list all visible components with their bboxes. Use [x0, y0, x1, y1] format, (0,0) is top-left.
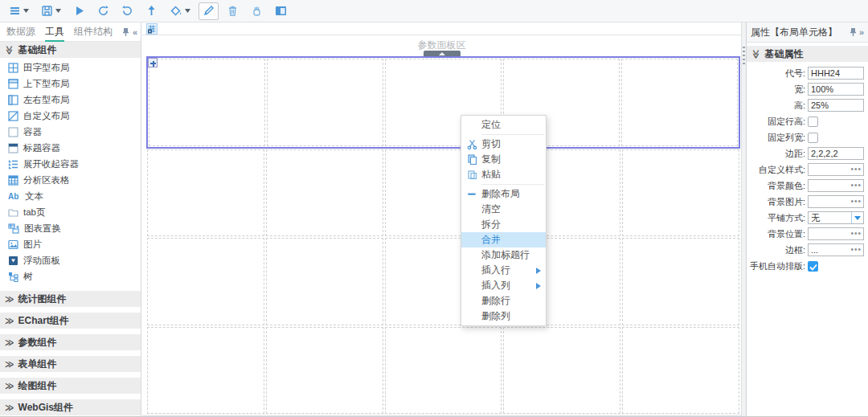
sidebar-item-图片[interactable]: 图片 — [0, 236, 141, 252]
layout-cell[interactable] — [149, 59, 265, 146]
pan-button[interactable] — [247, 2, 267, 20]
run-button[interactable] — [69, 2, 89, 20]
menu-item-插入行[interactable]: 插入行 — [461, 263, 546, 278]
delete-button[interactable] — [223, 2, 243, 20]
layout-row[interactable] — [146, 326, 740, 415]
layout-row[interactable] — [146, 149, 740, 238]
undo-button[interactable] — [93, 2, 113, 20]
sidebar-section-绘图组件[interactable]: ≫绘图组件 — [0, 378, 141, 394]
save-button[interactable] — [37, 2, 65, 20]
sidebar-tab-1[interactable]: 数据源 — [6, 22, 35, 42]
field-input[interactable] — [808, 179, 864, 192]
field-input[interactable] — [808, 195, 864, 208]
sidebar-item-标题容器[interactable]: 标题容器 — [0, 140, 141, 156]
layout-cell[interactable] — [147, 327, 264, 415]
layout-cell[interactable] — [622, 149, 739, 237]
menu-item-拆分[interactable]: 拆分 — [461, 217, 546, 232]
menu-item-插入列[interactable]: 插入列 — [461, 278, 546, 293]
sidebar-item-分析区表格[interactable]: 分析区表格 — [0, 172, 141, 188]
edit-button[interactable] — [199, 2, 219, 20]
layout-cell[interactable] — [267, 59, 383, 146]
main-menu-button[interactable] — [5, 2, 33, 20]
menu-item-删除行[interactable]: 删除行 — [461, 293, 546, 309]
panel-button[interactable] — [271, 2, 291, 20]
section-label: 表单组件 — [18, 358, 57, 371]
sidebar-tab-2[interactable]: 工具 — [45, 22, 64, 42]
field-input[interactable] — [808, 83, 864, 96]
sidebar-item-左右型布局[interactable]: 左右型布局 — [0, 92, 141, 108]
redo-button[interactable] — [117, 2, 137, 20]
menu-item-添加标题行[interactable]: 添加标题行 — [461, 247, 546, 263]
fill-style-button[interactable] — [166, 2, 194, 20]
property-field: 边框:••• — [747, 242, 864, 258]
upload-button[interactable] — [141, 2, 162, 20]
field-checkbox[interactable] — [808, 133, 818, 143]
field-checkbox[interactable] — [808, 261, 818, 272]
field-input[interactable] — [808, 243, 864, 256]
field-label: 高: — [747, 100, 808, 112]
sidebar-item-树[interactable]: 树 — [0, 268, 141, 284]
layout-row[interactable] — [146, 237, 740, 326]
layout-cell[interactable] — [147, 149, 264, 237]
sidebar-tab-3[interactable]: 组件结构 — [74, 22, 113, 42]
drag-handle-icon[interactable] — [148, 58, 158, 67]
layout-cell[interactable] — [621, 59, 738, 146]
field-input[interactable] — [808, 227, 864, 240]
field-input[interactable] — [808, 99, 864, 112]
section-label: 绘图组件 — [18, 379, 57, 393]
splitter-handle[interactable] — [743, 47, 745, 64]
layout-cell[interactable] — [503, 327, 620, 415]
chevron-left-icon[interactable]: « — [133, 27, 137, 37]
sidebar-item-浮动面板[interactable]: 浮动面板 — [0, 252, 141, 268]
field-input[interactable] — [808, 147, 864, 160]
field-checkbox[interactable] — [808, 117, 818, 127]
sidebar-section-WebGis组件[interactable]: ≫WebGis组件 — [0, 399, 141, 415]
layout-cell[interactable] — [622, 238, 739, 325]
menu-item-删除布局[interactable]: 删除布局 — [461, 186, 546, 202]
dropdown-arrow-icon[interactable] — [851, 212, 863, 223]
pin-icon[interactable] — [850, 27, 857, 37]
menu-item-label: 删除布局 — [481, 187, 520, 201]
menu-item-清空[interactable]: 清空 — [461, 202, 546, 217]
item-label: 容器 — [23, 126, 42, 138]
sidebar-item-容器[interactable]: 容器 — [0, 124, 141, 140]
sidebar-section-参数组件[interactable]: ≫参数组件 — [0, 334, 141, 350]
layout-cell[interactable] — [147, 238, 264, 325]
field-select[interactable]: 无 — [808, 211, 864, 224]
layout-cell[interactable] — [385, 327, 502, 415]
sidebar-section-EChart组件[interactable]: ≫EChart组件 — [0, 313, 141, 329]
sidebar-item-自定义布局[interactable]: 自定义布局 — [0, 108, 141, 124]
chevron-right-icon[interactable]: » — [859, 27, 864, 37]
sidebar-item-图表置换[interactable]: 图表置换 — [0, 220, 141, 236]
sidebar-item-tab页[interactable]: tab页 — [0, 204, 141, 220]
menu-item-合并[interactable]: 合并 — [461, 232, 546, 247]
sidebar-section-base[interactable]: ≫基础组件 — [0, 42, 141, 58]
menu-item-复制[interactable]: 复制 — [461, 152, 546, 167]
field-label: 固定列宽: — [747, 132, 808, 144]
layout-cell[interactable] — [266, 238, 383, 325]
layout-cell[interactable] — [266, 327, 383, 415]
layout-cell[interactable] — [266, 149, 383, 237]
sidebar-item-展开收起容器[interactable]: 展开收起容器 — [0, 156, 141, 172]
sidebar-item-文本[interactable]: Ab文本 — [0, 188, 141, 204]
sidebar-item-田字型布局[interactable]: 田字型布局 — [0, 59, 141, 76]
sidebar-section-表单组件[interactable]: ≫表单组件 — [0, 356, 141, 372]
properties-section-basic[interactable]: ≫ 基础属性 — [747, 46, 868, 62]
panel-splitter[interactable] — [741, 22, 747, 417]
field-input[interactable] — [808, 163, 864, 176]
menu-item-粘贴[interactable]: 粘贴 — [461, 167, 546, 182]
property-field: 宽: — [747, 81, 864, 97]
property-field: 平铺方式:无 — [747, 210, 864, 226]
layout-cell[interactable] — [622, 327, 739, 415]
menu-item-剪切[interactable]: 剪切 — [461, 137, 546, 152]
design-canvas[interactable]: 参数面板区 — [142, 22, 741, 417]
property-field: 自定义样式:••• — [747, 161, 864, 178]
menu-item-删除列[interactable]: 删除列 — [461, 309, 546, 324]
field-input[interactable] — [808, 67, 864, 80]
pin-icon[interactable] — [122, 27, 129, 37]
menu-item-定位[interactable]: 定位 — [461, 117, 546, 133]
layout-row-selected[interactable] — [146, 56, 740, 149]
tab-page-icon — [8, 207, 18, 218]
sidebar-section-统计图组件[interactable]: ≫统计图组件 — [0, 291, 141, 307]
sidebar-item-上下型布局[interactable]: 上下型布局 — [0, 76, 141, 92]
